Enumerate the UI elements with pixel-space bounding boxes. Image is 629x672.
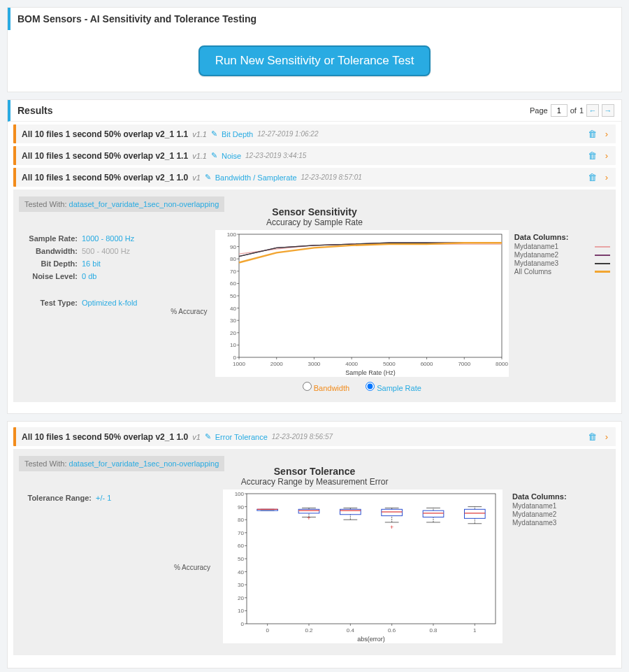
svg-text:40: 40 (238, 569, 244, 576)
page-title: BOM Sensors - AI Sensitivity and Toleran… (17, 13, 256, 24)
tested-with-link[interactable]: dataset_for_varidate_1sec_non-overlappin… (69, 200, 219, 208)
pager-total: 1 (579, 106, 584, 115)
svg-text:10: 10 (230, 342, 236, 348)
svg-text:60: 60 (238, 543, 244, 549)
svg-text:90: 90 (230, 244, 236, 250)
result-row[interactable]: All 10 files 1 second 50% overlap v2_1 1… (13, 124, 616, 143)
result-timestamp: 12-23-2019 8:57:01 (301, 173, 362, 181)
trash-icon[interactable]: 🗑 (586, 129, 599, 139)
results-panel: Results Page of 1 ← → All 10 files 1 sec… (7, 99, 622, 414)
svg-text:0.8: 0.8 (429, 627, 438, 634)
meta-column: Tolerance Range:+/- 1 (19, 489, 166, 645)
svg-text:0.2: 0.2 (305, 627, 313, 634)
legend-item: Mydataname1 (512, 502, 610, 510)
svg-text:0: 0 (241, 621, 245, 627)
expand-icon[interactable]: › (603, 172, 610, 183)
result-timestamp: 12-23-2019 8:56:57 (272, 433, 333, 441)
svg-text:+: + (390, 524, 393, 531)
result-type-link[interactable]: Error Tolerance (215, 433, 268, 441)
meta-value: 500 - 4000 Hz (82, 247, 130, 255)
result-title: All 10 files 1 second 50% overlap v2_1 1… (22, 173, 188, 183)
legend-header: Data Columns: (512, 492, 610, 501)
svg-rect-40 (247, 494, 496, 624)
pager: Page of 1 ← → (530, 104, 614, 117)
radio-sample-rate[interactable] (366, 382, 375, 391)
meta-value: 16 bit (82, 259, 101, 268)
svg-text:5000: 5000 (383, 361, 396, 367)
svg-text:1: 1 (473, 627, 477, 634)
legend-item: Mydataname1 (514, 243, 610, 250)
header-panel: BOM Sensors - AI Sensitivity and Toleran… (7, 7, 622, 92)
chart-subtitle: Accuracy Range by Measurement Error (19, 477, 610, 487)
result-detail-tolerance: Tested With: dataset_for_varidate_1sec_n… (13, 449, 616, 655)
result-timestamp: 12-23-2019 3:44:15 (245, 152, 306, 159)
meta-label: Bit Depth: (19, 259, 82, 268)
svg-text:Sample Rate (Hz): Sample Rate (Hz) (345, 369, 396, 376)
meta-value: Optimized k-fold (82, 299, 137, 307)
expand-icon[interactable]: › (603, 431, 610, 442)
svg-text:0: 0 (266, 627, 269, 634)
svg-text:0.4: 0.4 (347, 627, 355, 634)
pager-label-of: of (570, 106, 577, 115)
svg-text:30: 30 (230, 317, 236, 324)
svg-text:70: 70 (238, 530, 244, 536)
result-type-link[interactable]: Bit Depth (222, 130, 253, 138)
radio-bandwidth[interactable] (303, 382, 312, 391)
trash-icon[interactable]: 🗑 (586, 431, 599, 442)
pager-next-button[interactable]: → (602, 104, 614, 117)
expand-icon[interactable]: › (603, 129, 610, 139)
svg-text:50: 50 (230, 293, 236, 299)
expand-icon[interactable]: › (603, 150, 610, 161)
result-type-link[interactable]: Bandwidth / Samplerate (215, 173, 297, 182)
svg-text:80: 80 (238, 517, 244, 523)
svg-text:4000: 4000 (345, 361, 358, 367)
result-timestamp: 12-27-2019 1:06:22 (257, 130, 318, 138)
svg-text:2000: 2000 (270, 361, 283, 367)
toggle-sample-rate[interactable]: Sample Rate (366, 384, 421, 392)
result-row[interactable]: All 10 files 1 second 50% overlap v2_1 1… (13, 146, 616, 165)
trash-icon[interactable]: 🗑 (586, 172, 599, 183)
chart-y-label: % Accuracy (174, 564, 210, 571)
meta-label: Sample Rate: (19, 234, 82, 243)
legend-item: Mydataname2 (512, 510, 610, 518)
chart-area: 010203040506070809010000.20.40.60.81abs(… (219, 489, 507, 645)
svg-text:60: 60 (230, 280, 236, 287)
result-row[interactable]: All 10 files 1 second 50% overlap v2_1 1… (13, 427, 616, 446)
pager-current-input[interactable] (551, 104, 567, 117)
result-version: v1 (192, 433, 201, 441)
run-test-button[interactable]: Run New Sensitivity or Tolerance Test (198, 45, 431, 76)
meta-value: +/- 1 (96, 494, 111, 502)
pager-prev-button[interactable]: ← (586, 104, 599, 117)
meta-label: Test Type: (19, 299, 82, 307)
tested-with-badge: Tested With: dataset_for_varidate_1sec_n… (19, 196, 224, 212)
results-title: Results (17, 105, 53, 116)
result-title: All 10 files 1 second 50% overlap v2_1 1… (22, 129, 188, 139)
chart-mode-toggle: Bandwidth Sample Rate (215, 382, 509, 392)
edit-icon[interactable]: ✎ (205, 173, 211, 182)
result-row[interactable]: All 10 files 1 second 50% overlap v2_1 1… (13, 168, 616, 187)
result-type-link[interactable]: Noise (222, 152, 241, 160)
result-version: v1 (192, 173, 201, 182)
toggle-bandwidth[interactable]: Bandwidth (303, 384, 349, 392)
tested-with-label: Tested With: (24, 200, 67, 208)
edit-icon[interactable]: ✎ (211, 129, 217, 138)
results-header: Results Page of 1 ← → (8, 100, 621, 122)
results-panel-continued: All 10 files 1 second 50% overlap v2_1 1… (7, 421, 622, 669)
trash-icon[interactable]: 🗑 (586, 150, 599, 161)
result-title: All 10 files 1 second 50% overlap v2_1 1… (22, 432, 188, 442)
meta-label: Bandwidth: (19, 247, 82, 255)
edit-icon[interactable]: ✎ (205, 432, 211, 441)
sensitivity-line-chart: 0102030405060708090100100020003000400050… (215, 230, 509, 377)
tested-with-link[interactable]: dataset_for_varidate_1sec_non-overlappin… (69, 459, 219, 468)
legend-item: Mydataname3 (512, 519, 610, 527)
legend-item: All Columns (514, 268, 610, 276)
edit-icon[interactable]: ✎ (211, 151, 217, 160)
pager-label-page: Page (530, 106, 548, 115)
meta-value: 0 db (82, 272, 96, 280)
svg-text:7000: 7000 (458, 361, 470, 367)
chart-area: 0102030405060708090100100020003000400050… (215, 230, 509, 392)
svg-text:3000: 3000 (308, 361, 320, 367)
svg-text:1000: 1000 (233, 361, 245, 367)
svg-text:0: 0 (233, 355, 236, 361)
svg-text:0.6: 0.6 (388, 627, 396, 634)
